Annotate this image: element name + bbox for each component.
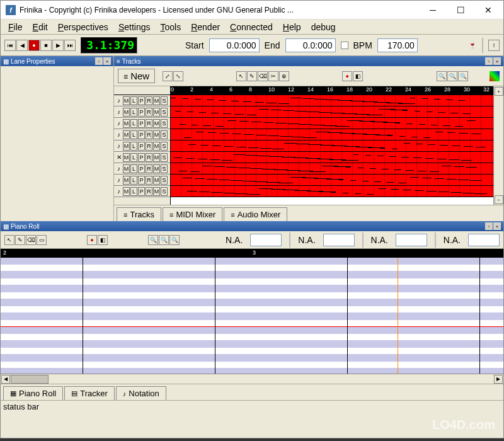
play-button[interactable]: ▶ bbox=[52, 40, 64, 51]
track-m-button[interactable]: M bbox=[123, 108, 130, 117]
track-s-button[interactable]: S bbox=[161, 187, 168, 196]
track-m-button[interactable]: M bbox=[123, 142, 130, 151]
pointer-tool-icon[interactable]: ↖ bbox=[4, 235, 14, 245]
bpm-input[interactable] bbox=[377, 38, 418, 52]
track-s-button[interactable]: S bbox=[161, 164, 168, 173]
panel-min-button[interactable]: ▫ bbox=[485, 222, 493, 230]
na-input-2[interactable] bbox=[323, 234, 355, 246]
forward-button[interactable]: ⏭ bbox=[64, 40, 76, 51]
stop-button[interactable]: ■ bbox=[40, 40, 52, 51]
rewind-button[interactable]: ⏮ bbox=[4, 40, 16, 51]
cut-tool-icon[interactable]: ✂ bbox=[268, 71, 278, 81]
piano-roll-row[interactable] bbox=[1, 285, 503, 292]
piano-roll-row[interactable] bbox=[1, 369, 503, 374]
piano-roll-row[interactable] bbox=[1, 320, 503, 327]
scroll-right-icon[interactable]: ▶ bbox=[494, 375, 503, 384]
track-r-button[interactable]: R bbox=[146, 142, 152, 151]
track-p-button[interactable]: P bbox=[138, 130, 145, 139]
piano-roll-row[interactable] bbox=[1, 272, 503, 278]
piano-roll-row[interactable] bbox=[1, 334, 503, 341]
record-button[interactable]: ● bbox=[28, 40, 40, 51]
track-row[interactable] bbox=[171, 140, 493, 152]
back-button[interactable]: ◀ bbox=[16, 40, 28, 51]
track-p-button[interactable]: P bbox=[138, 153, 145, 162]
zoom-out-icon[interactable]: 🔍 bbox=[159, 235, 169, 245]
piano-roll-row[interactable] bbox=[1, 327, 503, 334]
piano-roll-row[interactable] bbox=[1, 258, 503, 265]
track-s-button[interactable]: S bbox=[161, 176, 168, 185]
track-row[interactable] bbox=[171, 186, 493, 197]
piano-roll-row[interactable] bbox=[1, 306, 503, 313]
track-m-button[interactable]: M bbox=[123, 119, 130, 128]
toolbar-extra-button[interactable]: ! bbox=[488, 40, 500, 51]
track-row[interactable] bbox=[171, 95, 493, 106]
minimize-button[interactable]: ─ bbox=[419, 1, 447, 19]
track-m-button[interactable]: M bbox=[153, 130, 160, 139]
track-p-button[interactable]: P bbox=[138, 176, 145, 185]
menu-render[interactable]: Render bbox=[187, 21, 224, 33]
start-input[interactable] bbox=[209, 38, 260, 52]
track-p-button[interactable]: P bbox=[138, 119, 145, 128]
zoom-out-icon[interactable]: 🔍 bbox=[447, 71, 457, 81]
record-arm-icon[interactable]: ● bbox=[87, 235, 97, 245]
piano-roll-grid[interactable]: 2 3 bbox=[1, 249, 503, 374]
na-input-1[interactable] bbox=[250, 234, 282, 246]
track-p-button[interactable]: P bbox=[138, 187, 145, 196]
track-m-button[interactable]: M bbox=[123, 164, 130, 173]
track-l-button[interactable]: L bbox=[130, 130, 137, 139]
piano-roll-ruler[interactable]: 2 3 bbox=[1, 249, 503, 258]
panel-min-button[interactable]: ▫ bbox=[485, 57, 493, 65]
track-s-button[interactable]: S bbox=[161, 119, 168, 128]
maximize-button[interactable]: ☐ bbox=[447, 1, 474, 19]
menu-edit[interactable]: Edit bbox=[29, 21, 52, 33]
record-arm-icon[interactable]: ● bbox=[342, 71, 352, 81]
track-l-button[interactable]: L bbox=[130, 153, 137, 162]
track-l-button[interactable]: L bbox=[130, 164, 137, 173]
close-button[interactable]: ✕ bbox=[474, 1, 502, 19]
track-r-button[interactable]: R bbox=[146, 187, 152, 196]
snap-icon[interactable]: ◧ bbox=[98, 235, 108, 245]
track-p-button[interactable]: P bbox=[138, 164, 145, 173]
panel-close-button[interactable]: × bbox=[493, 57, 501, 65]
track-row[interactable] bbox=[171, 118, 493, 129]
track-m-button[interactable]: M bbox=[123, 176, 130, 185]
tab-tracker[interactable]: ▤Tracker bbox=[64, 386, 115, 400]
track-m-button[interactable]: M bbox=[153, 187, 160, 196]
collapse-icon[interactable]: ⤡ bbox=[173, 71, 183, 81]
vertical-scrollbar[interactable]: + − bbox=[493, 86, 503, 205]
menu-file[interactable]: File bbox=[4, 21, 26, 33]
track-m-button[interactable]: M bbox=[123, 153, 130, 162]
track-r-button[interactable]: R bbox=[146, 130, 152, 139]
track-s-button[interactable]: S bbox=[161, 130, 168, 139]
track-m-button[interactable]: M bbox=[153, 142, 160, 151]
track-m-button[interactable]: M bbox=[123, 187, 130, 196]
track-m-button[interactable]: M bbox=[153, 153, 160, 162]
track-s-button[interactable]: S bbox=[161, 96, 168, 105]
piano-roll-row[interactable] bbox=[1, 348, 503, 355]
na-input-3[interactable] bbox=[396, 234, 427, 246]
track-m-button[interactable]: M bbox=[153, 119, 160, 128]
track-s-button[interactable]: S bbox=[161, 142, 168, 151]
track-p-button[interactable]: P bbox=[138, 108, 145, 117]
track-m-button[interactable]: M bbox=[123, 96, 130, 105]
color-picker-icon[interactable] bbox=[490, 71, 500, 81]
track-r-button[interactable]: R bbox=[146, 96, 152, 105]
piano-roll-row[interactable] bbox=[1, 292, 503, 299]
menu-connected[interactable]: Connected bbox=[226, 21, 277, 33]
track-s-button[interactable]: S bbox=[161, 153, 168, 162]
track-l-button[interactable]: L bbox=[130, 119, 137, 128]
panel-close-button[interactable]: × bbox=[103, 57, 111, 65]
piano-roll-row[interactable] bbox=[1, 299, 503, 306]
track-row[interactable] bbox=[171, 175, 493, 186]
piano-roll-row[interactable] bbox=[1, 313, 503, 320]
new-track-button[interactable]: ≡ New bbox=[118, 69, 155, 83]
scroll-down-icon[interactable]: − bbox=[495, 195, 503, 204]
track-m-button[interactable]: M bbox=[153, 176, 160, 185]
track-m-button[interactable]: M bbox=[153, 164, 160, 173]
piano-roll-row[interactable] bbox=[1, 278, 503, 285]
tab-piano-roll[interactable]: ▦Piano Roll bbox=[3, 386, 63, 400]
horizontal-scrollbar[interactable]: ◀ ▶ bbox=[1, 374, 503, 384]
piano-roll-row[interactable] bbox=[1, 355, 503, 362]
zoom-in-icon[interactable]: 🔍 bbox=[437, 71, 447, 81]
select-tool-icon[interactable]: ▭ bbox=[37, 235, 47, 245]
